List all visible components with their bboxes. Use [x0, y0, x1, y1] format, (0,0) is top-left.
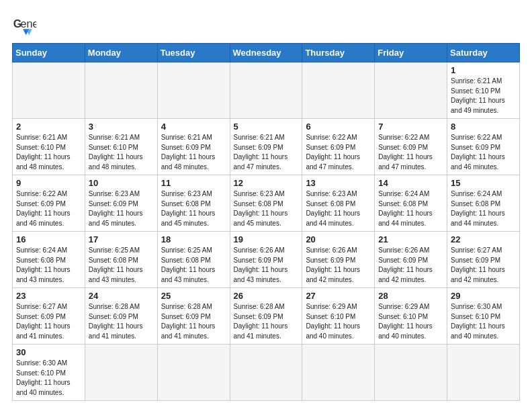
day-number: 25 [161, 291, 226, 301]
calendar-week-1: 1Sunrise: 6:21 AMSunset: 6:10 PMDaylight… [13, 62, 520, 119]
day-number: 13 [306, 178, 371, 188]
day-number: 5 [234, 122, 299, 132]
day-number: 28 [378, 291, 443, 301]
day-info: Sunrise: 6:30 AMSunset: 6:10 PMDaylight:… [16, 359, 81, 398]
day-info: Sunrise: 6:27 AMSunset: 6:09 PMDaylight:… [16, 302, 81, 341]
day-number: 10 [89, 178, 154, 188]
weekday-header-saturday: Saturday [447, 44, 520, 62]
header: G eneral [12, 12, 520, 36]
calendar-cell: 11Sunrise: 6:23 AMSunset: 6:08 PMDayligh… [157, 175, 230, 232]
day-number: 23 [16, 291, 81, 301]
day-info: Sunrise: 6:28 AMSunset: 6:09 PMDaylight:… [89, 302, 154, 341]
calendar-week-3: 9Sunrise: 6:22 AMSunset: 6:09 PMDaylight… [13, 175, 520, 232]
calendar-cell: 12Sunrise: 6:23 AMSunset: 6:08 PMDayligh… [230, 175, 302, 232]
calendar-cell [230, 62, 302, 119]
calendar-cell: 10Sunrise: 6:23 AMSunset: 6:09 PMDayligh… [85, 175, 157, 232]
day-number: 11 [161, 178, 226, 188]
day-number: 24 [89, 291, 154, 301]
calendar-cell: 4Sunrise: 6:21 AMSunset: 6:09 PMDaylight… [157, 119, 230, 175]
calendar-cell [447, 345, 520, 401]
calendar-cell: 5Sunrise: 6:21 AMSunset: 6:09 PMDaylight… [230, 119, 302, 175]
calendar-week-2: 2Sunrise: 6:21 AMSunset: 6:10 PMDaylight… [13, 119, 520, 175]
day-info: Sunrise: 6:22 AMSunset: 6:09 PMDaylight:… [306, 133, 371, 172]
day-number: 9 [16, 178, 81, 188]
weekday-header-thursday: Thursday [302, 44, 375, 62]
calendar-cell: 16Sunrise: 6:24 AMSunset: 6:08 PMDayligh… [13, 232, 85, 288]
calendar: SundayMondayTuesdayWednesdayThursdayFrid… [12, 43, 520, 401]
logo: G eneral [12, 12, 39, 36]
calendar-cell: 18Sunrise: 6:25 AMSunset: 6:08 PMDayligh… [157, 232, 230, 288]
day-number: 18 [161, 234, 226, 244]
day-info: Sunrise: 6:24 AMSunset: 6:08 PMDaylight:… [378, 189, 443, 228]
calendar-cell: 9Sunrise: 6:22 AMSunset: 6:09 PMDaylight… [13, 175, 85, 232]
day-info: Sunrise: 6:24 AMSunset: 6:08 PMDaylight:… [16, 246, 81, 285]
day-info: Sunrise: 6:29 AMSunset: 6:10 PMDaylight:… [306, 302, 371, 341]
weekday-header-tuesday: Tuesday [157, 44, 230, 62]
calendar-cell [85, 345, 157, 401]
weekday-header-friday: Friday [375, 44, 447, 62]
day-info: Sunrise: 6:23 AMSunset: 6:08 PMDaylight:… [234, 189, 299, 228]
calendar-cell: 24Sunrise: 6:28 AMSunset: 6:09 PMDayligh… [85, 288, 157, 345]
day-info: Sunrise: 6:23 AMSunset: 6:08 PMDaylight:… [161, 189, 226, 228]
day-number: 7 [378, 122, 443, 132]
day-number: 6 [306, 122, 371, 132]
weekday-header-monday: Monday [85, 44, 157, 62]
day-info: Sunrise: 6:26 AMSunset: 6:09 PMDaylight:… [378, 246, 443, 285]
calendar-week-5: 23Sunrise: 6:27 AMSunset: 6:09 PMDayligh… [13, 288, 520, 345]
day-info: Sunrise: 6:28 AMSunset: 6:09 PMDaylight:… [234, 302, 299, 341]
logo-icon: G eneral [12, 12, 36, 36]
day-number: 12 [234, 178, 299, 188]
calendar-cell: 14Sunrise: 6:24 AMSunset: 6:08 PMDayligh… [375, 175, 447, 232]
day-info: Sunrise: 6:22 AMSunset: 6:09 PMDaylight:… [378, 133, 443, 172]
day-number: 22 [451, 234, 516, 244]
day-number: 8 [451, 122, 516, 132]
day-number: 29 [451, 291, 516, 301]
calendar-cell [302, 345, 375, 401]
weekday-header-wednesday: Wednesday [230, 44, 302, 62]
calendar-cell [375, 62, 447, 119]
day-info: Sunrise: 6:28 AMSunset: 6:09 PMDaylight:… [161, 302, 226, 341]
calendar-cell [302, 62, 375, 119]
calendar-cell: 1Sunrise: 6:21 AMSunset: 6:10 PMDaylight… [447, 62, 520, 119]
day-info: Sunrise: 6:26 AMSunset: 6:09 PMDaylight:… [234, 246, 299, 285]
day-number: 15 [451, 178, 516, 188]
calendar-cell: 13Sunrise: 6:23 AMSunset: 6:08 PMDayligh… [302, 175, 375, 232]
day-info: Sunrise: 6:23 AMSunset: 6:08 PMDaylight:… [306, 189, 371, 228]
day-info: Sunrise: 6:21 AMSunset: 6:10 PMDaylight:… [451, 77, 516, 116]
calendar-cell: 25Sunrise: 6:28 AMSunset: 6:09 PMDayligh… [157, 288, 230, 345]
day-number: 19 [234, 234, 299, 244]
day-info: Sunrise: 6:25 AMSunset: 6:08 PMDaylight:… [161, 246, 226, 285]
weekday-header-sunday: Sunday [13, 44, 85, 62]
calendar-cell: 2Sunrise: 6:21 AMSunset: 6:10 PMDaylight… [13, 119, 85, 175]
day-number: 30 [16, 347, 81, 357]
day-number: 3 [89, 122, 154, 132]
calendar-cell: 21Sunrise: 6:26 AMSunset: 6:09 PMDayligh… [375, 232, 447, 288]
calendar-cell [85, 62, 157, 119]
calendar-cell: 22Sunrise: 6:27 AMSunset: 6:09 PMDayligh… [447, 232, 520, 288]
calendar-cell: 7Sunrise: 6:22 AMSunset: 6:09 PMDaylight… [375, 119, 447, 175]
day-info: Sunrise: 6:27 AMSunset: 6:09 PMDaylight:… [451, 246, 516, 285]
svg-text:eneral: eneral [21, 17, 36, 30]
page: G eneral SundayMondayTuesdayWednesdayThu… [0, 0, 532, 408]
calendar-cell: 23Sunrise: 6:27 AMSunset: 6:09 PMDayligh… [13, 288, 85, 345]
day-number: 21 [378, 234, 443, 244]
calendar-week-6: 30Sunrise: 6:30 AMSunset: 6:10 PMDayligh… [13, 345, 520, 401]
weekday-header-row: SundayMondayTuesdayWednesdayThursdayFrid… [13, 44, 520, 62]
calendar-cell [157, 62, 230, 119]
day-info: Sunrise: 6:21 AMSunset: 6:10 PMDaylight:… [16, 133, 81, 172]
day-info: Sunrise: 6:21 AMSunset: 6:09 PMDaylight:… [234, 133, 299, 172]
calendar-cell: 19Sunrise: 6:26 AMSunset: 6:09 PMDayligh… [230, 232, 302, 288]
calendar-week-4: 16Sunrise: 6:24 AMSunset: 6:08 PMDayligh… [13, 232, 520, 288]
day-info: Sunrise: 6:22 AMSunset: 6:09 PMDaylight:… [451, 133, 516, 172]
day-info: Sunrise: 6:29 AMSunset: 6:10 PMDaylight:… [378, 302, 443, 341]
calendar-cell: 30Sunrise: 6:30 AMSunset: 6:10 PMDayligh… [13, 345, 85, 401]
day-number: 20 [306, 234, 371, 244]
calendar-cell: 6Sunrise: 6:22 AMSunset: 6:09 PMDaylight… [302, 119, 375, 175]
day-info: Sunrise: 6:21 AMSunset: 6:10 PMDaylight:… [89, 133, 154, 172]
day-info: Sunrise: 6:26 AMSunset: 6:09 PMDaylight:… [306, 246, 371, 285]
day-info: Sunrise: 6:24 AMSunset: 6:08 PMDaylight:… [451, 189, 516, 228]
calendar-cell: 15Sunrise: 6:24 AMSunset: 6:08 PMDayligh… [447, 175, 520, 232]
day-info: Sunrise: 6:30 AMSunset: 6:10 PMDaylight:… [451, 302, 516, 341]
day-number: 27 [306, 291, 371, 301]
day-info: Sunrise: 6:22 AMSunset: 6:09 PMDaylight:… [16, 189, 81, 228]
